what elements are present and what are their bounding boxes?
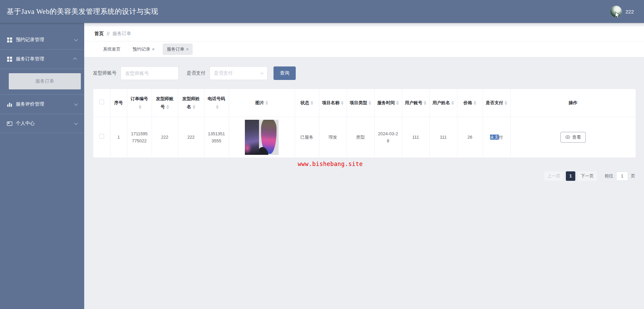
- sort-carets-icon: [193, 104, 195, 110]
- user-avatar[interactable]: [610, 6, 622, 17]
- sort-carets-icon: [424, 100, 426, 106]
- close-icon[interactable]: ×: [152, 47, 155, 52]
- pagination: 上一页 1 下一页 前往 页: [84, 171, 635, 181]
- breadcrumb: 首页 // 服务订单: [84, 26, 644, 41]
- sort-carets-icon: [166, 104, 169, 110]
- sort-carets-icon: [265, 100, 268, 106]
- sort-carets-icon: [396, 100, 399, 106]
- cell-user-name: 111: [429, 117, 457, 158]
- col-header-project-type[interactable]: 项目类型: [347, 89, 374, 117]
- sort-carets-icon: [311, 100, 313, 106]
- cell-select: [93, 117, 110, 158]
- sidebar-item-label: 预约记录管理: [16, 37, 44, 43]
- chevron-down-icon: [74, 121, 78, 125]
- cell-status: 已服务: [295, 117, 319, 158]
- chevron-up-icon: [73, 58, 77, 61]
- page-number-1[interactable]: 1: [566, 171, 575, 181]
- breadcrumb-home-link[interactable]: 首页: [94, 31, 104, 37]
- col-header-price[interactable]: 价格: [457, 89, 483, 117]
- tab-label: 预约记录: [133, 46, 150, 52]
- select-all-checkbox[interactable]: [99, 100, 104, 104]
- sort-carets-icon: [474, 100, 476, 106]
- pay-status-label: 是否支付: [187, 70, 205, 76]
- col-header-stylist-name[interactable]: 发型师姓名: [178, 89, 204, 117]
- page-unit-label: 页: [631, 173, 635, 179]
- page-title: 基于Java Web的美容美发管理系统的设计与实现: [7, 7, 158, 16]
- app-window: 基于Java Web的美容美发管理系统的设计与实现 222 预约记录管理: [0, 0, 644, 309]
- col-header-pay-status[interactable]: 是否支付: [483, 89, 510, 117]
- cell-user-account: 111: [402, 117, 429, 158]
- view-button-label: 查看: [572, 134, 581, 140]
- col-header-select-all: [93, 89, 110, 117]
- col-header-user-name[interactable]: 用户姓名: [429, 89, 457, 117]
- sidebar-item-service-orders[interactable]: 服务订单管理: [0, 50, 84, 69]
- cell-phone: 13513513555: [204, 117, 229, 158]
- goto-page-input[interactable]: [616, 171, 628, 181]
- sort-carets-icon: [341, 100, 344, 106]
- username-label[interactable]: 222: [625, 9, 634, 15]
- user-menu[interactable]: 222: [610, 6, 634, 17]
- col-header-project-name[interactable]: 项目名称: [319, 89, 347, 117]
- hair-photo-right: [259, 120, 279, 155]
- sidebar-item-personal-center[interactable]: 个人中心: [0, 114, 84, 133]
- col-header-order-no[interactable]: 订单编号: [127, 89, 152, 117]
- cell-stylist-name: 222: [178, 117, 204, 158]
- pay-status-rest-text: 付: [499, 135, 503, 140]
- top-header: 基于Java Web的美容美发管理系统的设计与实现 222: [0, 0, 644, 23]
- sidebar-item-service-reviews[interactable]: 服务评价管理: [0, 95, 84, 114]
- tab-service-order[interactable]: 服务订单 ×: [163, 44, 193, 55]
- col-header-status[interactable]: 状态: [295, 89, 319, 117]
- cell-index: 1: [110, 117, 127, 158]
- grid-icon: [7, 56, 12, 62]
- cell-stylist-account: 222: [152, 117, 178, 158]
- next-page-button[interactable]: 下一页: [578, 171, 597, 181]
- sort-carets-icon: [451, 100, 454, 106]
- profile-card-icon: [7, 121, 12, 127]
- pagination-goto: 前往 页: [605, 171, 635, 181]
- search-button[interactable]: 查询: [273, 66, 296, 80]
- grid-icon: [7, 37, 12, 43]
- row-checkbox[interactable]: [99, 134, 104, 139]
- stylist-account-input[interactable]: [121, 66, 179, 80]
- pay-status-select[interactable]: 是否支付: [210, 66, 267, 80]
- view-button[interactable]: 查看: [560, 132, 586, 143]
- col-header-phone[interactable]: 电话号码: [204, 89, 229, 117]
- chevron-down-icon: [74, 37, 78, 41]
- sort-carets-icon: [505, 100, 507, 106]
- col-header-service-time[interactable]: 服务时间: [374, 89, 402, 117]
- prev-page-button[interactable]: 上一页: [544, 171, 564, 181]
- sidebar-item-booking-records[interactable]: 预约记录管理: [0, 30, 84, 50]
- hair-dye-photo[interactable]: [245, 120, 279, 155]
- cell-project-name: 理发: [319, 117, 347, 158]
- tab-label: 系统首页: [103, 46, 121, 52]
- search-form: 发型师账号 是否支付 是否支付 查询: [93, 66, 636, 80]
- sort-carets-icon: [139, 104, 141, 110]
- col-header-user-account[interactable]: 用户账号: [402, 89, 429, 117]
- sidebar-item-label: 服务订单管理: [16, 56, 44, 62]
- sidebar-item-label: 服务评价管理: [16, 101, 44, 107]
- table-header-row: 序号 订单编号 发型师账号 发型师姓名 电话号码 图片 状态 项目名称 项目类型…: [93, 89, 636, 117]
- eye-icon: [565, 135, 570, 139]
- table-row: 1 1711595775022 222 222 13513513555: [93, 117, 636, 158]
- cell-order-no: 1711595775022: [127, 117, 152, 158]
- stylist-account-label: 发型师账号: [93, 70, 117, 76]
- close-icon[interactable]: ×: [186, 47, 189, 52]
- tab-system-home[interactable]: 系统首页: [99, 44, 125, 55]
- sidebar-subitem-service-order[interactable]: 服务订单: [9, 73, 81, 89]
- bar-chart-icon: [7, 102, 12, 107]
- cell-price: 26: [457, 117, 483, 158]
- col-header-image[interactable]: 图片: [229, 89, 295, 117]
- pay-status-selected-text: 未支: [490, 135, 499, 140]
- orders-table-card: 序号 订单编号 发型师账号 发型师姓名 电话号码 图片 状态 项目名称 项目类型…: [93, 89, 636, 158]
- goto-label: 前往: [605, 173, 613, 179]
- tab-booking-records[interactable]: 预约记录 ×: [129, 44, 159, 55]
- col-header-actions: 操作: [510, 89, 636, 117]
- chevron-down-icon: [74, 102, 78, 106]
- page-body: 发型师账号 是否支付 是否支付 查询: [84, 57, 644, 309]
- tab-label: 服务订单: [167, 46, 184, 52]
- pay-status-select-placeholder: 是否支付: [214, 70, 233, 76]
- sort-carets-icon: [368, 100, 371, 106]
- cell-pay-status: 未支付: [483, 117, 510, 158]
- col-header-stylist-account[interactable]: 发型师账号: [152, 89, 178, 117]
- cell-service-time: 2024-03-28: [374, 117, 402, 158]
